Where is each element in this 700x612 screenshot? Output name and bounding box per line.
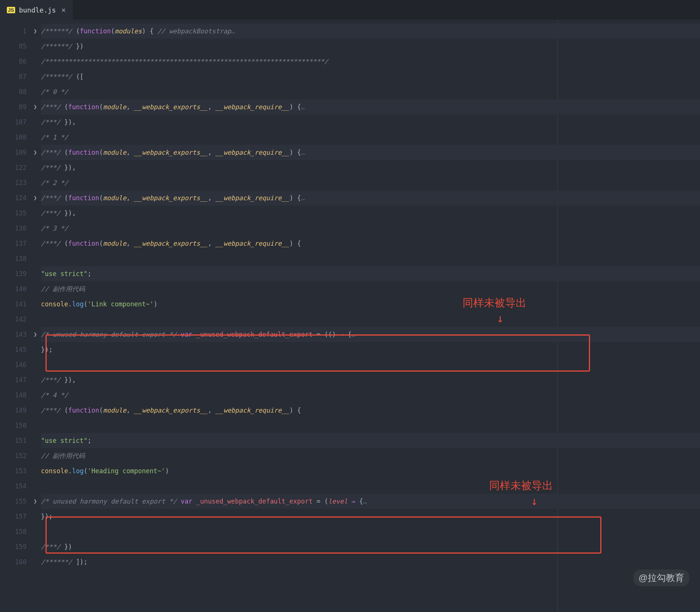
code-line[interactable]: /***/ (function(module, __webpack_export… [41,236,367,251]
close-icon[interactable]: × [60,5,67,14]
code-line[interactable]: /***/ }), [41,160,367,175]
chevron-right-icon[interactable]: ❯ [30,190,41,206]
code-line[interactable] [41,479,367,494]
line-number[interactable]: 85 [0,39,30,54]
line-number[interactable]: 142 [0,312,30,327]
line-number[interactable]: 148 [0,388,30,403]
code-line[interactable]: /* 0 */ [41,84,367,99]
line-number[interactable]: 139 [0,266,30,281]
line-number[interactable]: 157 [0,509,30,524]
code-line[interactable]: /***/ }), [41,372,367,388]
code-line[interactable]: /* unused harmony default export */ var … [41,327,367,342]
line-number[interactable]: 124 [0,190,30,206]
code-line[interactable]: /***/ }), [41,206,367,221]
line-number[interactable]: 135 [0,206,30,221]
js-file-icon: JS [7,7,15,13]
code-line[interactable]: /******/ }) [41,39,367,54]
line-number[interactable]: 152 [0,448,30,463]
code-line[interactable] [41,524,367,539]
line-number[interactable]: 155 [0,494,30,509]
code-area[interactable]: 1858687888910710810912212312413513613713… [0,20,700,570]
code-line[interactable]: }); [41,342,367,357]
code-editor: JS bundle.js × 1858687888910710810912212… [0,0,700,612]
chevron-right-icon[interactable]: ❯ [30,145,41,160]
code-line[interactable]: /* 3 */ [41,221,367,236]
code-line[interactable]: }); [41,509,367,524]
line-number[interactable]: 88 [0,84,30,99]
arrow-down-icon: ↓ [531,494,538,508]
line-number[interactable]: 140 [0,281,30,297]
line-number[interactable]: 123 [0,175,30,190]
line-number[interactable]: 153 [0,463,30,479]
chevron-right-icon[interactable]: ❯ [30,327,41,342]
code-line[interactable] [41,418,367,433]
line-number[interactable]: 109 [0,145,30,160]
code-line[interactable]: "use strict"; [41,433,367,448]
line-number[interactable]: 150 [0,418,30,433]
fold-gutter[interactable]: ❯ ❯ ❯ ❯ ❯ ❯ [30,20,41,570]
line-number[interactable]: 141 [0,297,30,312]
line-number[interactable]: 151 [0,433,30,448]
tab-bundle-js[interactable]: JS bundle.js × [0,0,73,20]
code-line[interactable]: /* 4 */ [41,388,367,403]
chevron-right-icon[interactable]: ❯ [30,99,41,115]
code-line[interactable]: /***/ (function(module, __webpack_export… [41,403,367,418]
chevron-right-icon[interactable]: ❯ [30,24,41,39]
line-number[interactable]: 138 [0,251,30,266]
code-line[interactable]: /******/ (function(modules) { // webpack… [41,24,367,39]
code-line[interactable] [41,251,367,266]
line-number[interactable]: 145 [0,342,30,357]
arrow-down-icon: ↓ [497,312,504,325]
line-number[interactable]: 154 [0,479,30,494]
code-line[interactable]: "use strict"; [41,266,367,281]
line-number[interactable]: 158 [0,524,30,539]
line-number[interactable]: 108 [0,130,30,145]
line-number[interactable]: 137 [0,236,30,251]
code-line[interactable]: /* 2 */ [41,175,367,190]
line-number[interactable]: 1 [0,24,30,39]
code-line[interactable]: /***/ }), [41,115,367,130]
code-content[interactable]: /******/ (function(modules) { // webpack… [41,20,367,570]
line-number[interactable]: 87 [0,69,30,84]
line-number[interactable]: 86 [0,54,30,69]
code-line[interactable]: /***/ (function(module, __webpack_export… [41,99,367,115]
annotation-label-2: 同样未被导出 [489,479,553,493]
line-number[interactable]: 159 [0,539,30,554]
code-line[interactable] [41,312,367,327]
code-line[interactable]: /******/ ([ [41,69,367,84]
code-line[interactable]: /***************************************… [41,54,367,69]
line-number[interactable]: 147 [0,372,30,388]
code-line[interactable] [41,357,367,372]
code-line[interactable]: /***/ (function(module, __webpack_export… [41,190,367,206]
line-number[interactable]: 160 [0,554,30,570]
line-number[interactable]: 89 [0,99,30,115]
code-line[interactable]: console.log('Heading component~') [41,463,367,479]
code-line[interactable]: /***/ (function(module, __webpack_export… [41,145,367,160]
code-line[interactable]: console.log('Link component~') [41,297,367,312]
line-number[interactable]: 107 [0,115,30,130]
code-line[interactable]: /***/ }) [41,539,367,554]
code-line[interactable]: // 副作用代码 [41,448,367,463]
code-line[interactable]: // 副作用代码 [41,281,367,297]
chevron-right-icon[interactable]: ❯ [30,494,41,509]
line-number[interactable]: 136 [0,221,30,236]
watermark: @拉勾教育 [633,570,689,586]
line-number[interactable]: 146 [0,357,30,372]
tab-bar: JS bundle.js × [0,0,700,20]
code-line[interactable]: /******/ ]); [41,554,367,570]
code-line[interactable]: /* unused harmony default export */ var … [41,494,367,509]
line-number-gutter[interactable]: 1858687888910710810912212312413513613713… [0,20,30,570]
line-number[interactable]: 149 [0,403,30,418]
annotation-label-1: 同样未被导出 [463,296,526,310]
tab-filename: bundle.js [19,6,56,14]
line-number[interactable]: 122 [0,160,30,175]
code-line[interactable]: /* 1 */ [41,130,367,145]
line-number[interactable]: 143 [0,327,30,342]
